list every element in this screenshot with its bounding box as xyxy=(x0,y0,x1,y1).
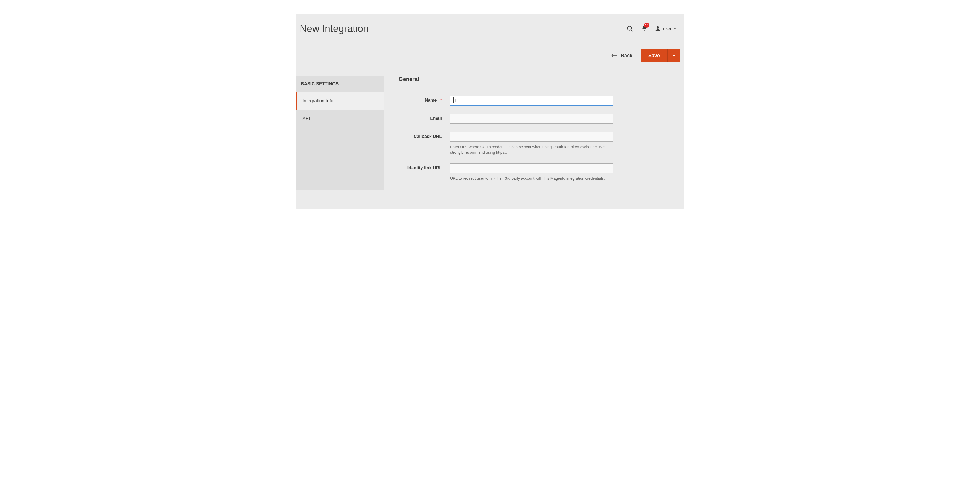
field-callback-url: Callback URL Enter URL where Oauth crede… xyxy=(399,132,673,155)
settings-sidebar: BASIC SETTINGS Integration Info API xyxy=(296,76,385,190)
sidebar-heading: BASIC SETTINGS xyxy=(296,76,385,92)
field-label-callback-url: Callback URL xyxy=(399,132,450,139)
field-name: Name * I xyxy=(399,96,673,105)
page-wrapper: New Integration 10 user xyxy=(296,14,684,209)
notifications-button[interactable]: 10 xyxy=(641,25,647,33)
save-dropdown-toggle[interactable] xyxy=(668,49,680,62)
sidebar-item-api[interactable]: API xyxy=(296,110,385,128)
user-icon xyxy=(655,26,661,32)
callback-url-hint: Enter URL where Oauth credentials can be… xyxy=(450,144,613,155)
save-button-group: Save xyxy=(641,49,680,62)
field-body-name: I xyxy=(450,96,613,105)
sidebar-item-label: Integration Info xyxy=(302,98,333,104)
arrow-left-icon xyxy=(611,54,617,57)
top-actions: 10 user xyxy=(627,25,676,33)
required-asterisk: * xyxy=(440,98,442,102)
field-label-identity-url: Identity link URL xyxy=(399,163,450,171)
back-button[interactable]: Back xyxy=(611,53,632,59)
notification-count-badge: 10 xyxy=(644,23,649,28)
svg-point-0 xyxy=(627,26,632,30)
sidebar-item-integration-info[interactable]: Integration Info xyxy=(296,92,385,110)
content-area: BASIC SETTINGS Integration Info API Gene… xyxy=(296,67,684,209)
page-title: New Integration xyxy=(300,23,369,35)
name-input[interactable] xyxy=(450,96,613,105)
save-button[interactable]: Save xyxy=(641,49,668,62)
field-label-name: Name * xyxy=(399,96,450,103)
form-main: General Name * I Email xyxy=(399,76,679,190)
field-label-email: Email xyxy=(399,114,450,121)
caret-down-icon xyxy=(674,28,676,30)
user-menu[interactable]: user xyxy=(655,26,676,32)
action-bar: Back Save xyxy=(296,44,684,67)
field-email: Email xyxy=(399,114,673,124)
identity-url-hint: URL to redirect user to link their 3rd p… xyxy=(450,176,613,181)
field-identity-url: Identity link URL URL to redirect user t… xyxy=(399,163,673,181)
identity-url-input[interactable] xyxy=(450,163,613,173)
top-header: New Integration 10 user xyxy=(296,14,684,44)
search-icon[interactable] xyxy=(627,25,633,32)
callback-url-input[interactable] xyxy=(450,132,613,142)
back-label: Back xyxy=(621,53,632,59)
svg-line-1 xyxy=(631,30,633,32)
sidebar-item-label: API xyxy=(302,116,310,121)
user-label: user xyxy=(663,26,671,31)
caret-down-icon xyxy=(672,55,676,57)
email-input[interactable] xyxy=(450,114,613,124)
section-title: General xyxy=(399,76,673,86)
